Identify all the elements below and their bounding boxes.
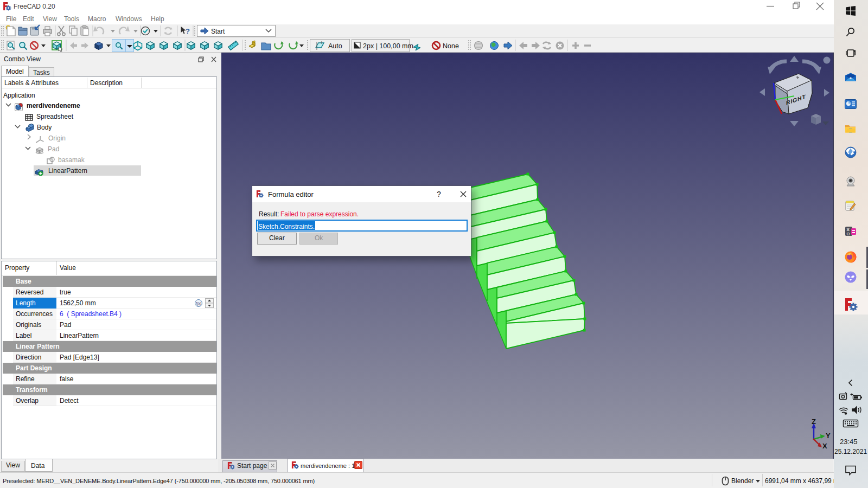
svg-text:f(x): f(x)	[196, 301, 201, 306]
svg-text:Auto: Auto	[328, 42, 342, 50]
svg-text:Z: Z	[812, 418, 816, 426]
svg-text:X: X	[822, 442, 827, 450]
svg-text:2px | 100,00 mm: 2px | 100,00 mm	[363, 42, 413, 50]
svg-text:None: None	[443, 42, 459, 50]
svg-text:Ω: Ω	[847, 232, 850, 236]
svg-text:Y: Y	[826, 432, 831, 440]
svg-text:?: ?	[186, 27, 190, 35]
